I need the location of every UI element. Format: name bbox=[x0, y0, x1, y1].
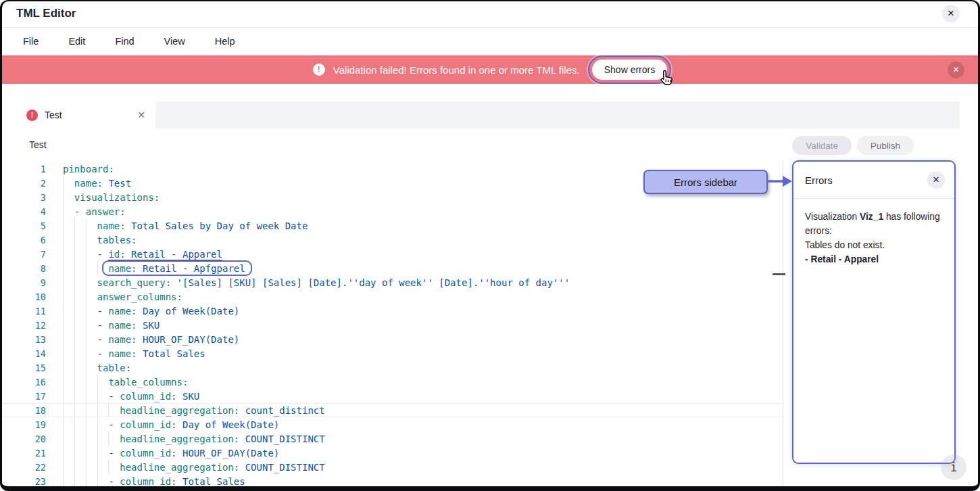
indent-guide bbox=[86, 375, 97, 389]
errors-sidebar-close-icon[interactable]: ✕ bbox=[927, 171, 945, 189]
line-number: 6 bbox=[0, 235, 46, 246]
indent-guide bbox=[74, 332, 86, 346]
tab-strip: ! Test ✕ bbox=[16, 101, 960, 128]
code-line[interactable]: 13- name: HOUR_OF_DAY(Date) bbox=[0, 332, 784, 346]
code-line[interactable]: 11- name: Day of Week(Date) bbox=[0, 304, 784, 318]
close-icon[interactable]: ✕ bbox=[942, 5, 960, 22]
code-line[interactable]: 4- answer: bbox=[0, 204, 784, 218]
indent-guide bbox=[63, 474, 74, 488]
errors-sidebar-title: Errors bbox=[805, 174, 833, 186]
code-token: - bbox=[108, 476, 120, 487]
code-line[interactable]: 16table_columns: bbox=[0, 375, 784, 389]
indent-guide bbox=[74, 247, 86, 261]
indent-guide bbox=[63, 233, 74, 247]
publish-button[interactable]: Publish bbox=[857, 136, 914, 155]
errors-sidebar-header: Errors ✕ bbox=[793, 162, 954, 199]
indent-guide bbox=[63, 190, 74, 204]
indent-guide bbox=[108, 403, 120, 417]
indent-guide bbox=[63, 389, 74, 403]
error-message-line: Visualization Viz_1 has following errors… bbox=[805, 210, 945, 238]
code-line[interactable]: 17- column_id: SKU bbox=[0, 389, 784, 403]
code-token: column_id: bbox=[120, 476, 176, 487]
indent-guide bbox=[63, 318, 74, 332]
code-line[interactable]: 15table: bbox=[0, 360, 784, 375]
code-line[interactable]: 20headline_aggregation: COUNT_DISTINCT bbox=[0, 431, 784, 446]
code-token: visualizations: bbox=[74, 192, 160, 203]
indent-guide bbox=[74, 389, 86, 403]
indent-guide bbox=[97, 446, 109, 460]
menu-item-view[interactable]: View bbox=[164, 36, 185, 47]
line-number: 16 bbox=[0, 377, 46, 388]
code-line[interactable]: 6tables: bbox=[0, 233, 784, 247]
indent-guide bbox=[63, 218, 74, 233]
overview-ruler-error-marker bbox=[773, 273, 785, 275]
code-line[interactable]: 21- column_id: HOUR_OF_DAY(Date) bbox=[0, 446, 784, 460]
validation-error-banner: ! Validation failed! Errors found in one… bbox=[0, 55, 980, 84]
validate-button[interactable]: Validate bbox=[792, 136, 852, 155]
line-number: 19 bbox=[0, 419, 46, 430]
indent-guide bbox=[86, 261, 97, 275]
code-line[interactable]: 14- name: Total Sales bbox=[0, 346, 784, 360]
indent-guide bbox=[86, 389, 97, 403]
banner-close-icon[interactable]: ✕ bbox=[948, 62, 964, 78]
indent-guide bbox=[74, 431, 86, 446]
code-line[interactable]: 5name: Total Sales by Day of week Date bbox=[0, 218, 784, 233]
line-number: 11 bbox=[0, 306, 46, 317]
code-line[interactable]: 12- name: SKU bbox=[0, 318, 784, 332]
tab-test[interactable]: ! Test ✕ bbox=[16, 101, 155, 128]
indent-guide bbox=[63, 446, 74, 460]
annotation-highlight-box: name: Retail - Apfgparel bbox=[108, 263, 245, 274]
indent-guide bbox=[74, 474, 86, 488]
code-editor[interactable]: 1pinboard:2name: Test3visualizations:4- … bbox=[0, 162, 784, 491]
title-bar: TML Editor ✕ bbox=[0, 0, 980, 28]
line-number: 22 bbox=[0, 462, 46, 473]
line-number: 1 bbox=[0, 164, 46, 174]
code-line[interactable]: 19- column_id: Day of Week(Date) bbox=[0, 417, 784, 431]
indent-guide bbox=[86, 332, 97, 346]
tab-close-icon[interactable]: ✕ bbox=[137, 110, 145, 120]
code-line[interactable]: 18headline_aggregation: count_distinct bbox=[0, 403, 784, 417]
line-number: 14 bbox=[0, 348, 46, 359]
indent-guide bbox=[63, 204, 74, 218]
code-line[interactable]: 22headline_aggregation: COUNT_DISTINCT bbox=[0, 460, 784, 474]
menu-item-file[interactable]: File bbox=[23, 36, 39, 47]
indent-guide bbox=[74, 304, 86, 318]
line-number: 4 bbox=[0, 206, 46, 217]
menu-item-find[interactable]: Find bbox=[115, 36, 134, 47]
code-token: count_distinct bbox=[239, 405, 324, 416]
menu-bar: FileEditFindViewHelp bbox=[0, 28, 980, 55]
indent-guide bbox=[74, 360, 86, 375]
code-token: column_id: bbox=[120, 448, 176, 459]
code-token: name: bbox=[108, 334, 137, 345]
line-number: 5 bbox=[0, 220, 46, 231]
code-line[interactable]: 7- id: Retail - Apparel bbox=[0, 247, 784, 261]
line-number: 7 bbox=[0, 249, 46, 260]
code-token: SKU bbox=[137, 320, 160, 331]
banner-message: Validation failed! Errors found in one o… bbox=[333, 64, 580, 76]
code-line[interactable]: 23- column_id: Total Sales bbox=[0, 474, 784, 488]
indent-guide bbox=[63, 431, 74, 446]
line-number: 13 bbox=[0, 334, 46, 345]
indent-guide bbox=[97, 403, 109, 417]
indent-guide bbox=[74, 346, 86, 360]
code-token: - bbox=[108, 419, 120, 430]
indent-guide bbox=[74, 460, 86, 474]
line-number: 8 bbox=[0, 263, 46, 274]
menu-item-help[interactable]: Help bbox=[215, 36, 235, 47]
indent-guide bbox=[74, 318, 86, 332]
code-line[interactable]: 10answer_columns: bbox=[0, 289, 784, 304]
show-errors-button[interactable]: Show errors bbox=[592, 60, 667, 80]
indent-guide bbox=[63, 275, 74, 289]
code-token: Total Sales by Day of week Date bbox=[126, 220, 308, 231]
code-line[interactable]: 9search_query: '[Sales] [SKU] [Sales] [D… bbox=[0, 275, 784, 289]
indent-guide bbox=[74, 403, 86, 417]
indent-guide bbox=[108, 460, 120, 474]
tml-editor-window: TML Editor ✕ FileEditFindViewHelp ! Vali… bbox=[0, 0, 980, 491]
indent-guide bbox=[74, 446, 86, 460]
code-token: column_id: bbox=[120, 391, 176, 402]
code-line[interactable]: 8name: Retail - Apfgparel bbox=[0, 261, 784, 275]
code-token: Retail - Apfgparel bbox=[137, 263, 245, 274]
menu-item-edit[interactable]: Edit bbox=[68, 36, 85, 47]
indent-guide bbox=[74, 417, 86, 431]
line-number: 2 bbox=[0, 178, 46, 189]
